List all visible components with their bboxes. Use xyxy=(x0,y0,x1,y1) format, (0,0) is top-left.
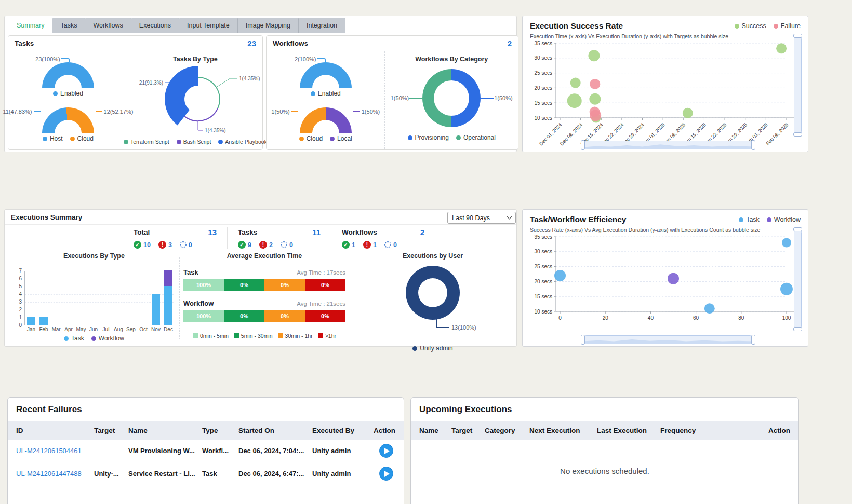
label-connector xyxy=(436,318,449,328)
legend-item-success[interactable]: Success xyxy=(735,22,766,30)
legend-item-provisioning[interactable]: Provisioning xyxy=(408,134,449,141)
semi-donut-row xyxy=(42,62,94,88)
legend-dot xyxy=(124,140,128,144)
cell-id[interactable]: UL-M2412061447488 xyxy=(16,470,94,478)
stat-run: 0 xyxy=(180,241,192,249)
play-icon xyxy=(384,471,390,477)
stat-value: 0 xyxy=(289,241,293,249)
range-select[interactable]: Last 90 Days xyxy=(447,212,516,224)
legend-item-terraform-script[interactable]: Terraform Script xyxy=(124,139,169,145)
column-header-next-execution: Next Execution xyxy=(529,427,597,434)
chart-workflows-cloud-local: 1(50%)1(50%)CloudLocal xyxy=(271,100,380,142)
tab-executions[interactable]: Executions xyxy=(131,18,179,33)
gauge-segment-30min-1hr: 0% xyxy=(264,279,305,291)
tab-image-mapping[interactable]: Image Mapping xyxy=(238,18,299,33)
legend-item-30min-1hr[interactable]: 30min - 1hr xyxy=(278,333,313,339)
legend: Enabled xyxy=(53,90,83,97)
y-tick-label: 7 xyxy=(12,268,22,274)
bubble-success xyxy=(776,43,787,53)
cell-started_on: Dec 06, 2024, 6:47:... xyxy=(238,470,312,478)
legend-label: Ansible Playbook xyxy=(225,139,267,145)
gauge-segment-0min-5min: 100% xyxy=(183,310,224,322)
legend-item-local[interactable]: Local xyxy=(330,135,352,142)
legend-item-enabled[interactable]: Enabled xyxy=(311,90,341,97)
stat-ok: ✓1 xyxy=(342,241,355,249)
legend-item-ansible-playbook[interactable]: Ansible Playbook xyxy=(218,139,267,145)
play-button[interactable] xyxy=(379,444,393,458)
slider-handle-right[interactable] xyxy=(751,140,755,150)
tab-workflows[interactable]: Workflows xyxy=(85,18,131,33)
play-button[interactable] xyxy=(379,467,393,481)
slider-handle-left[interactable] xyxy=(581,140,585,150)
bubble-success xyxy=(588,50,600,61)
tab-input-template[interactable]: Input Template xyxy=(179,18,238,33)
tab-integration[interactable]: Integration xyxy=(299,18,345,33)
slice-label: 13(100%) xyxy=(451,324,476,331)
slider-handle-right[interactable] xyxy=(751,335,755,345)
legend: TaskWorkflow xyxy=(739,216,801,223)
cell-target: Unity-... xyxy=(94,470,128,478)
legend-item-enabled[interactable]: Enabled xyxy=(53,90,83,97)
executions-summary-title: Executions Summary xyxy=(11,213,82,221)
slider-handle-left[interactable] xyxy=(581,335,585,345)
label-connector xyxy=(353,111,360,112)
avg-row-name: Task xyxy=(183,268,198,276)
legend-item-0min-5min[interactable]: 0min - 5min xyxy=(193,333,229,339)
legend-item-task[interactable]: Task xyxy=(64,335,84,342)
bar-nov xyxy=(150,294,162,325)
chart-label: 1(4.35%) xyxy=(205,128,226,133)
legend-item-bash-script[interactable]: Bash Script xyxy=(177,139,211,145)
workflows-donuts-column: 2(100%)Enabled1(50%)1(50%)CloudLocal xyxy=(267,51,384,149)
efficiency-bubble-chart: 35 secs30 secs25 secs20 secs15 secs10 se… xyxy=(527,234,800,344)
legend-item-workflow[interactable]: Workflow xyxy=(767,216,801,223)
datazoom-horizontal-slider[interactable] xyxy=(582,335,754,344)
slider-handle-bottom[interactable] xyxy=(793,327,802,331)
chart-label: 1(4.35%) xyxy=(239,76,260,81)
legend-item-operational[interactable]: Operational xyxy=(456,134,496,141)
label-text: 1(50%) xyxy=(271,108,289,115)
x-tick-label: Apr xyxy=(62,326,75,332)
datazoom-vertical-slider[interactable] xyxy=(794,35,802,135)
chart-label: 15 secs xyxy=(535,294,552,299)
gridline xyxy=(25,279,174,279)
cell-name: VM Provisioning W... xyxy=(128,447,202,455)
y-tick-label: 2 xyxy=(12,307,22,312)
legend-item-cloud[interactable]: Cloud xyxy=(299,135,323,142)
tab-tasks[interactable]: Tasks xyxy=(52,18,85,33)
stat-count: 13 xyxy=(208,228,217,237)
slice-ansible-playbook xyxy=(165,66,198,125)
tab-summary[interactable]: Summary xyxy=(9,18,52,33)
legend-item-failure[interactable]: Failure xyxy=(774,22,801,30)
executions-by-type-column: Executions By Type01234567JanFebMarAprMa… xyxy=(10,251,178,342)
legend-item-task[interactable]: Task xyxy=(739,216,760,223)
cell-id[interactable]: UL-M2412061504461 xyxy=(16,447,94,455)
legend-item-unity-admin[interactable]: Unity admin xyxy=(412,345,452,352)
table-row: UL-M2412061447488Unity-...Service Restar… xyxy=(8,462,404,485)
legend-label: Operational xyxy=(463,134,496,141)
legend-item-cloud[interactable]: Cloud xyxy=(70,135,94,142)
label-connector xyxy=(291,111,298,112)
stat-count: 2 xyxy=(420,228,424,237)
legend: Unity admin xyxy=(352,345,514,352)
legend-item-workflow[interactable]: Workflow xyxy=(91,335,124,342)
legend-item-1hr[interactable]: >1hr xyxy=(318,333,336,339)
legend-label: Local xyxy=(337,135,352,142)
chart-label: 25 secs xyxy=(535,264,552,269)
chart-label: Feb 08, 2025 xyxy=(765,122,789,146)
slider-handle-top[interactable] xyxy=(793,227,802,231)
datazoom-horizontal-slider[interactable] xyxy=(582,141,754,149)
label-connector xyxy=(96,111,102,112)
slider-handle-bottom[interactable] xyxy=(793,132,802,137)
bar-chart-plot: 01234567JanFebMarAprMayJunJulAugSepOctNo… xyxy=(24,271,174,325)
slider-handle-top[interactable] xyxy=(793,34,802,38)
legend-label: Cloud xyxy=(77,135,94,142)
datazoom-vertical-slider[interactable] xyxy=(794,228,802,330)
workflows-panel-header: Workflows 2 xyxy=(267,36,518,51)
semi-donut-row: 1(50%)1(50%) xyxy=(271,107,380,133)
avg-gauge-workflow: 100%0%0%0% xyxy=(183,310,345,322)
legend-item-5min-30min[interactable]: 5min - 30min xyxy=(234,333,273,339)
legend-item-host[interactable]: Host xyxy=(43,135,63,142)
cell-name: Service Restart - Li... xyxy=(128,470,202,478)
workflows-by-category-column: Workflows By Category1(50%)1(50%)Provisi… xyxy=(384,51,518,149)
stat-label: Total xyxy=(134,228,150,236)
